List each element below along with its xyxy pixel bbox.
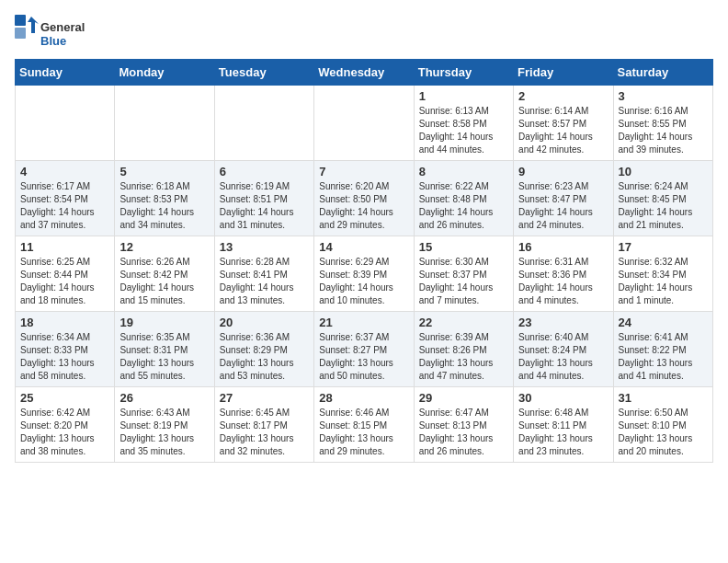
- calendar-cell: 12Sunrise: 6:26 AM Sunset: 8:42 PM Dayli…: [115, 236, 214, 312]
- day-number: 12: [119, 240, 209, 254]
- calendar-week-2: 4Sunrise: 6:17 AM Sunset: 8:54 PM Daylig…: [16, 161, 713, 236]
- day-number: 20: [220, 316, 309, 329]
- day-number: 17: [619, 240, 708, 254]
- calendar-cell: 14Sunrise: 6:29 AM Sunset: 8:39 PM Dayli…: [314, 236, 414, 312]
- day-info: Sunrise: 6:19 AM Sunset: 8:51 PM Dayligh…: [220, 180, 309, 232]
- day-info: Sunrise: 6:26 AM Sunset: 8:42 PM Dayligh…: [119, 256, 209, 307]
- day-info: Sunrise: 6:45 AM Sunset: 8:17 PM Dayligh…: [220, 407, 309, 458]
- calendar-cell: 31Sunrise: 6:50 AM Sunset: 8:10 PM Dayli…: [613, 387, 712, 463]
- day-info: Sunrise: 6:37 AM Sunset: 8:27 PM Dayligh…: [319, 331, 408, 383]
- day-info: Sunrise: 6:14 AM Sunset: 8:57 PM Dayligh…: [518, 105, 608, 156]
- day-number: 15: [419, 240, 508, 254]
- day-info: Sunrise: 6:31 AM Sunset: 8:36 PM Dayligh…: [518, 256, 608, 307]
- calendar-cell: 16Sunrise: 6:31 AM Sunset: 8:36 PM Dayli…: [514, 236, 613, 312]
- calendar-cell: 21Sunrise: 6:37 AM Sunset: 8:27 PM Dayli…: [314, 312, 414, 387]
- calendar-cell: 17Sunrise: 6:32 AM Sunset: 8:34 PM Dayli…: [613, 236, 712, 312]
- weekday-header-sunday: Sunday: [16, 60, 115, 86]
- calendar-cell: [214, 86, 313, 161]
- weekday-header-saturday: Saturday: [613, 60, 712, 86]
- calendar-week-4: 18Sunrise: 6:34 AM Sunset: 8:33 PM Dayli…: [16, 312, 713, 387]
- weekday-header-row: SundayMondayTuesdayWednesdayThursdayFrid…: [16, 60, 713, 86]
- day-number: 3: [619, 89, 708, 103]
- calendar-cell: 30Sunrise: 6:48 AM Sunset: 8:11 PM Dayli…: [514, 387, 613, 463]
- day-number: 25: [20, 391, 109, 405]
- calendar-cell: 25Sunrise: 6:42 AM Sunset: 8:20 PM Dayli…: [16, 387, 115, 463]
- day-info: Sunrise: 6:25 AM Sunset: 8:44 PM Dayligh…: [20, 256, 109, 307]
- day-info: Sunrise: 6:20 AM Sunset: 8:50 PM Dayligh…: [319, 180, 408, 232]
- day-number: 8: [419, 165, 508, 178]
- day-number: 11: [20, 240, 109, 254]
- day-number: 5: [119, 165, 209, 178]
- calendar-cell: 28Sunrise: 6:46 AM Sunset: 8:15 PM Dayli…: [314, 387, 414, 463]
- calendar-table: SundayMondayTuesdayWednesdayThursdayFrid…: [15, 59, 713, 463]
- day-number: 24: [619, 316, 708, 329]
- day-number: 2: [518, 89, 608, 103]
- day-number: 31: [619, 391, 708, 405]
- day-info: Sunrise: 6:47 AM Sunset: 8:13 PM Dayligh…: [419, 407, 508, 458]
- calendar-cell: 29Sunrise: 6:47 AM Sunset: 8:13 PM Dayli…: [414, 387, 513, 463]
- calendar-week-1: 1Sunrise: 6:13 AM Sunset: 8:58 PM Daylig…: [16, 86, 713, 161]
- calendar-cell: 1Sunrise: 6:13 AM Sunset: 8:58 PM Daylig…: [414, 86, 513, 161]
- day-number: 14: [319, 240, 408, 254]
- day-number: 16: [518, 240, 608, 254]
- calendar-cell: 6Sunrise: 6:19 AM Sunset: 8:51 PM Daylig…: [214, 161, 313, 236]
- day-info: Sunrise: 6:34 AM Sunset: 8:33 PM Dayligh…: [20, 331, 109, 383]
- day-info: Sunrise: 6:42 AM Sunset: 8:20 PM Dayligh…: [20, 407, 109, 458]
- day-info: Sunrise: 6:36 AM Sunset: 8:29 PM Dayligh…: [220, 331, 309, 383]
- calendar-cell: 23Sunrise: 6:40 AM Sunset: 8:24 PM Dayli…: [514, 312, 613, 387]
- day-info: Sunrise: 6:18 AM Sunset: 8:53 PM Dayligh…: [119, 180, 209, 232]
- day-number: 23: [518, 316, 608, 329]
- calendar-cell: 22Sunrise: 6:39 AM Sunset: 8:26 PM Dayli…: [414, 312, 513, 387]
- calendar-cell: [314, 86, 414, 161]
- logo-svg: General Blue: [15, 15, 88, 52]
- day-number: 6: [220, 165, 309, 178]
- calendar-cell: 19Sunrise: 6:35 AM Sunset: 8:31 PM Dayli…: [115, 312, 214, 387]
- day-number: 13: [220, 240, 309, 254]
- day-info: Sunrise: 6:50 AM Sunset: 8:10 PM Dayligh…: [619, 407, 708, 458]
- calendar-week-5: 25Sunrise: 6:42 AM Sunset: 8:20 PM Dayli…: [16, 387, 713, 463]
- day-number: 1: [419, 89, 508, 103]
- calendar-cell: 3Sunrise: 6:16 AM Sunset: 8:55 PM Daylig…: [613, 86, 712, 161]
- calendar-cell: 18Sunrise: 6:34 AM Sunset: 8:33 PM Dayli…: [16, 312, 115, 387]
- day-info: Sunrise: 6:48 AM Sunset: 8:11 PM Dayligh…: [518, 407, 608, 458]
- day-number: 27: [220, 391, 309, 405]
- svg-rect-3: [15, 15, 26, 26]
- day-info: Sunrise: 6:17 AM Sunset: 8:54 PM Dayligh…: [20, 180, 109, 232]
- day-info: Sunrise: 6:23 AM Sunset: 8:47 PM Dayligh…: [518, 180, 608, 232]
- weekday-header-wednesday: Wednesday: [314, 60, 414, 86]
- svg-text:Blue: Blue: [40, 34, 66, 48]
- day-info: Sunrise: 6:43 AM Sunset: 8:19 PM Dayligh…: [119, 407, 209, 458]
- calendar-cell: 2Sunrise: 6:14 AM Sunset: 8:57 PM Daylig…: [514, 86, 613, 161]
- calendar-cell: 9Sunrise: 6:23 AM Sunset: 8:47 PM Daylig…: [514, 161, 613, 236]
- day-info: Sunrise: 6:16 AM Sunset: 8:55 PM Dayligh…: [619, 105, 708, 156]
- day-info: Sunrise: 6:28 AM Sunset: 8:41 PM Dayligh…: [220, 256, 309, 307]
- calendar-cell: 24Sunrise: 6:41 AM Sunset: 8:22 PM Dayli…: [613, 312, 712, 387]
- day-number: 29: [419, 391, 508, 405]
- calendar-cell: [115, 86, 214, 161]
- calendar-cell: 26Sunrise: 6:43 AM Sunset: 8:19 PM Dayli…: [115, 387, 214, 463]
- calendar-cell: 4Sunrise: 6:17 AM Sunset: 8:54 PM Daylig…: [16, 161, 115, 236]
- day-info: Sunrise: 6:29 AM Sunset: 8:39 PM Dayligh…: [319, 256, 408, 307]
- calendar-cell: [16, 86, 115, 161]
- day-number: 30: [518, 391, 608, 405]
- day-number: 9: [518, 165, 608, 178]
- svg-text:General: General: [40, 20, 85, 34]
- weekday-header-monday: Monday: [115, 60, 214, 86]
- day-number: 26: [119, 391, 209, 405]
- calendar-cell: 10Sunrise: 6:24 AM Sunset: 8:45 PM Dayli…: [613, 161, 712, 236]
- calendar-cell: 27Sunrise: 6:45 AM Sunset: 8:17 PM Dayli…: [214, 387, 313, 463]
- calendar-cell: 7Sunrise: 6:20 AM Sunset: 8:50 PM Daylig…: [314, 161, 414, 236]
- calendar-cell: 11Sunrise: 6:25 AM Sunset: 8:44 PM Dayli…: [16, 236, 115, 312]
- day-info: Sunrise: 6:32 AM Sunset: 8:34 PM Dayligh…: [619, 256, 708, 307]
- calendar-cell: 20Sunrise: 6:36 AM Sunset: 8:29 PM Dayli…: [214, 312, 313, 387]
- day-info: Sunrise: 6:24 AM Sunset: 8:45 PM Dayligh…: [619, 180, 708, 232]
- weekday-header-tuesday: Tuesday: [214, 60, 313, 86]
- day-number: 28: [319, 391, 408, 405]
- day-number: 10: [619, 165, 708, 178]
- day-info: Sunrise: 6:13 AM Sunset: 8:58 PM Dayligh…: [419, 105, 508, 156]
- day-info: Sunrise: 6:41 AM Sunset: 8:22 PM Dayligh…: [619, 331, 708, 383]
- day-number: 21: [319, 316, 408, 329]
- day-info: Sunrise: 6:30 AM Sunset: 8:37 PM Dayligh…: [419, 256, 508, 307]
- day-number: 4: [20, 165, 109, 178]
- svg-rect-4: [15, 28, 26, 39]
